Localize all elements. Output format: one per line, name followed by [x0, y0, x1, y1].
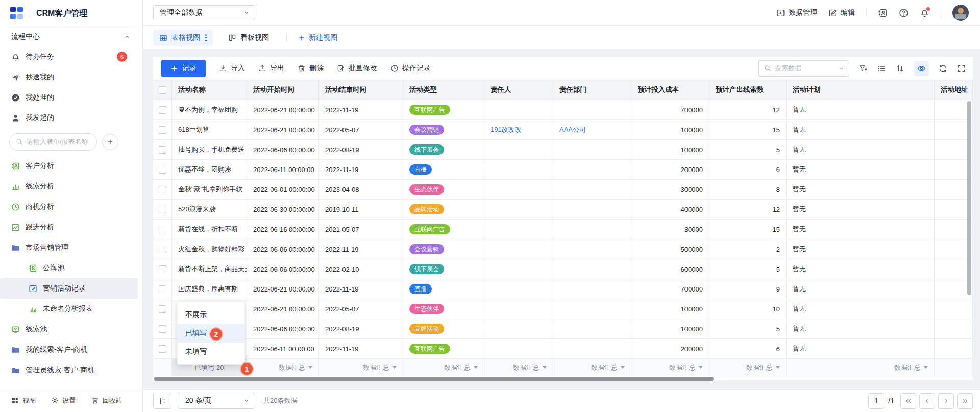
- tab-kanban-view[interactable]: 看板视图: [222, 30, 275, 46]
- summary-cell-owner[interactable]: 数据汇总: [484, 359, 553, 376]
- row-checkbox[interactable]: [159, 265, 166, 273]
- table-row[interactable]: 优惠不够，团购凑2022-06-11 00:00:002022-11-19直播2…: [153, 160, 973, 180]
- address-book-icon[interactable]: [878, 8, 888, 18]
- header-cell-owner[interactable]: 责任人: [484, 80, 553, 100]
- sidebar-item-cc-to-me[interactable]: 抄送我的: [0, 67, 142, 87]
- add-record-button[interactable]: 记录: [161, 60, 206, 77]
- more-vertical-icon[interactable]: [205, 34, 207, 41]
- table-row[interactable]: 火红金秋，购物好精彩2022-06-06 00:00:002022-11-19会…: [153, 239, 973, 259]
- summary-cell-start[interactable]: 数据汇总: [247, 359, 319, 376]
- summary-cell-cost[interactable]: 数据汇总: [631, 359, 709, 376]
- row-checkbox[interactable]: [159, 106, 166, 114]
- user-avatar[interactable]: [952, 5, 969, 21]
- tab-table-view[interactable]: 表格视图: [153, 30, 213, 46]
- summary-cell-end[interactable]: 数据汇总: [319, 359, 403, 376]
- summary-cell-address[interactable]: [935, 359, 973, 376]
- header-cell-leads[interactable]: 预计产出线索数: [709, 80, 787, 100]
- row-checkbox[interactable]: [159, 305, 166, 313]
- row-checkbox[interactable]: [159, 186, 166, 193]
- table-search-input[interactable]: 搜索数据: [758, 60, 849, 77]
- footer-recycle-bin-button[interactable]: 回收站: [91, 396, 131, 405]
- row-checkbox[interactable]: [159, 246, 166, 253]
- table-row[interactable]: 520浪漫来袭2022-06-30 00:00:002019-10-11品牌活动…: [153, 200, 973, 220]
- sidebar-item-public-sea-pool[interactable]: 公海池: [0, 258, 142, 278]
- prev-page-button[interactable]: [919, 393, 935, 409]
- edit-button[interactable]: 编辑: [828, 8, 855, 17]
- summary-cell-plan[interactable]: 数据汇总: [787, 359, 935, 376]
- header-cell-end[interactable]: 活动结束时间: [319, 80, 403, 100]
- row-checkbox[interactable]: [159, 325, 166, 333]
- select-all-checkbox[interactable]: [159, 86, 166, 94]
- sidebar-item-customer-analysis[interactable]: 客户分析: [0, 156, 142, 176]
- header-cell-dept[interactable]: 责任部门: [553, 80, 631, 100]
- data-manage-button[interactable]: 数据管理: [776, 8, 817, 17]
- sidebar-search-input[interactable]: 请输入表单/报表名称: [9, 133, 97, 151]
- row-height-button[interactable]: [153, 393, 172, 409]
- current-page-input[interactable]: 1: [868, 393, 884, 409]
- notifications-bell-icon[interactable]: [920, 8, 929, 18]
- sidebar-item-lead-pool[interactable]: 线索池: [0, 319, 142, 340]
- next-page-button[interactable]: [938, 393, 954, 409]
- import-button[interactable]: 导入: [219, 64, 245, 73]
- footer-views-button[interactable]: 视图: [11, 396, 51, 405]
- delete-button[interactable]: 删除: [298, 64, 324, 73]
- row-checkbox[interactable]: [159, 126, 166, 134]
- export-button[interactable]: 导出: [258, 64, 284, 73]
- sidebar-item-unnamed-analysis-report[interactable]: 未命名分析报表: [0, 299, 142, 319]
- sidebar-item-opportunity-analysis[interactable]: 商机分析: [0, 197, 142, 217]
- table-row[interactable]: 金秋"豪"礼拿到你手软2022-06-01 00:00:002023-04-08…: [153, 180, 973, 200]
- dept-link[interactable]: AAA公司: [559, 125, 586, 134]
- row-checkbox[interactable]: [159, 345, 166, 353]
- refresh-icon[interactable]: [939, 64, 947, 73]
- popup-item-unfilled[interactable]: 未填写: [178, 343, 244, 361]
- footer-settings-button[interactable]: 设置: [51, 396, 91, 405]
- last-page-button[interactable]: [957, 393, 973, 409]
- sidebar-section-process-center[interactable]: 流程中心: [0, 27, 142, 46]
- table-row[interactable]: 2022-06-21 00:00:002022-05-07生态伙伴1000001…: [153, 299, 973, 319]
- table-row[interactable]: 618巨划算2022-06-21 00:00:002022-05-07会议营销1…: [153, 120, 973, 140]
- add-form-button[interactable]: [102, 134, 118, 150]
- header-cell-start[interactable]: 活动开始时间: [247, 80, 319, 100]
- row-checkbox[interactable]: [159, 146, 166, 154]
- help-icon[interactable]: [899, 8, 909, 18]
- visibility-eye-icon[interactable]: [914, 61, 929, 76]
- filter-icon[interactable]: [859, 64, 868, 73]
- header-cell-name[interactable]: 活动名称: [172, 80, 247, 100]
- header-cell-address[interactable]: 活动地址: [935, 80, 973, 100]
- horizontal-scrollbar[interactable]: [154, 377, 714, 381]
- table-row[interactable]: 国庆盛典，厚惠有期2022-06-21 00:00:002022-11-19直播…: [153, 279, 973, 299]
- table-row[interactable]: 2022-06-11 00:00:002022-11-19互联网广告200000…: [153, 339, 973, 359]
- sort-icon[interactable]: [896, 64, 904, 73]
- owner-link[interactable]: 191改改改: [491, 125, 522, 134]
- header-cell-type[interactable]: 活动类型: [403, 80, 484, 100]
- row-checkbox[interactable]: [159, 166, 166, 174]
- sidebar-item-processed-by-me[interactable]: 我处理的: [0, 87, 142, 108]
- sidebar-item-marketing-management[interactable]: 市场营销管理: [0, 237, 142, 258]
- sidebar-item-admin-leads-customers-opportunities[interactable]: 管理员线索-客户-商机: [0, 360, 142, 380]
- sidebar-item-followup-analysis[interactable]: 跟进分析: [0, 217, 142, 237]
- row-checkbox[interactable]: [159, 285, 166, 293]
- table-row[interactable]: 新货不断上架，商品天天2022-06-06 00:00:002022-02-10…: [153, 259, 973, 279]
- row-checkbox[interactable]: [159, 226, 166, 233]
- new-view-button[interactable]: 新建视图: [298, 33, 337, 42]
- sidebar-item-initiated-by-me[interactable]: 我发起的: [0, 108, 142, 128]
- popup-item-hide[interactable]: 不展示: [178, 306, 244, 324]
- sidebar-item-my-leads-customers-opportunities[interactable]: 我的线索-客户-商机: [0, 340, 142, 360]
- operation-log-button[interactable]: 操作记录: [390, 64, 431, 73]
- vertical-scrollbar[interactable]: [967, 101, 971, 295]
- summary-cell-dept[interactable]: 数据汇总: [553, 359, 631, 376]
- page-size-select[interactable]: 20 条/页: [178, 393, 255, 409]
- table-row[interactable]: 抽号购买，手机免费送2022-06-06 00:00:002022-08-19线…: [153, 140, 973, 160]
- bullet-list-icon[interactable]: [877, 64, 886, 73]
- first-page-button[interactable]: [900, 393, 916, 409]
- sidebar-item-todo-tasks[interactable]: 待办任务 6: [0, 46, 142, 67]
- data-scope-select[interactable]: 管理全部数据: [153, 5, 255, 20]
- summary-cell-type[interactable]: 数据汇总: [403, 359, 484, 376]
- table-row[interactable]: 新货在线，折扣不断2022-06-16 00:00:002021-05-07互联…: [153, 220, 973, 239]
- table-row[interactable]: 2022-06-06 00:00:002022-08-19品牌活动1000005…: [153, 319, 973, 339]
- sidebar-item-marketing-activity-records[interactable]: 营销活动记录: [0, 278, 138, 299]
- header-cell-cost[interactable]: 预计投入成本: [631, 80, 709, 100]
- row-checkbox[interactable]: [159, 206, 166, 213]
- fullscreen-icon[interactable]: [957, 64, 966, 73]
- summary-cell-leads[interactable]: 数据汇总: [709, 359, 787, 376]
